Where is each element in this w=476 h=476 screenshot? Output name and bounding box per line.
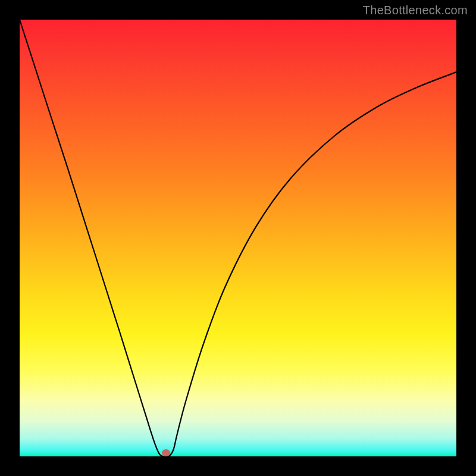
chart-frame: TheBottleneck.com bbox=[0, 0, 476, 476]
curve-layer bbox=[20, 20, 456, 456]
minimum-marker-icon bbox=[162, 449, 170, 456]
plot-area bbox=[20, 20, 456, 456]
watermark-label: TheBottleneck.com bbox=[363, 4, 468, 17]
bottleneck-curve bbox=[20, 20, 456, 456]
